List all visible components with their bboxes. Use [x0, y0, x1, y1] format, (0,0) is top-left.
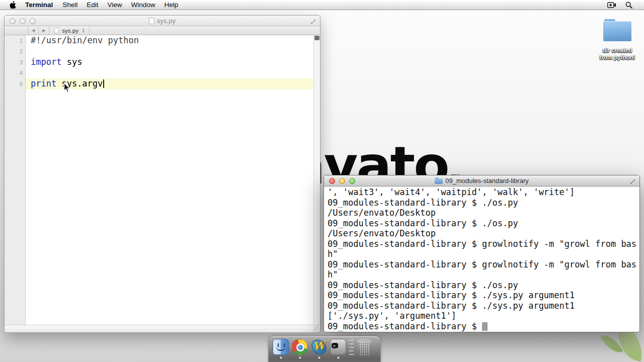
menu-item-help[interactable]: Help — [160, 1, 183, 9]
textmate-icon: W — [310, 339, 328, 355]
line-number: 5 — [5, 78, 26, 89]
close-button[interactable] — [329, 178, 335, 184]
terminal-line: 09_modules-standard-library $ ./os.py — [328, 218, 639, 229]
editor-window: sys.py ◀ ▶ sys.py ▲ ▼ 1#!/usr/bin/env py… — [4, 15, 320, 333]
line-number: 3 — [5, 57, 26, 68]
desktop-folder-label[interactable]: dir created from python! — [592, 47, 642, 61]
code-text — [26, 68, 313, 79]
editor-body[interactable]: 1#!/usr/bin/env python23import sys45prin… — [5, 35, 320, 325]
dock: W >_ — [268, 336, 381, 362]
terminal-window-controls — [329, 178, 355, 184]
chrome-icon — [292, 339, 308, 355]
line-number: 1 — [5, 35, 26, 46]
code-filler — [5, 89, 313, 325]
terminal-line: ['./sys.py', 'argument1'] — [328, 311, 639, 321]
editor-titlebar[interactable]: sys.py — [5, 16, 320, 26]
code-line[interactable]: 5print sys.argv — [5, 78, 313, 89]
terminal-output[interactable]: ', 'wait3', 'wait4', 'waitpid', 'walk', … — [324, 187, 639, 332]
mouse-cursor-icon — [63, 82, 71, 96]
zoom-button[interactable] — [30, 18, 36, 24]
menu-app-name[interactable]: Terminal — [20, 1, 58, 9]
terminal-line: 09_modules-standard-library $ — [328, 321, 639, 332]
tab-label: sys.py — [62, 28, 78, 34]
back-button[interactable]: ◀ — [28, 26, 39, 35]
editor-window-controls — [10, 18, 36, 24]
code-line[interactable]: 3import sys — [5, 57, 313, 68]
code-line[interactable]: 4 — [5, 68, 313, 79]
terminal-line: /Users/envato/Desktop — [328, 228, 639, 239]
code-text: import sys — [26, 57, 313, 68]
screen-recording-icon[interactable] — [603, 2, 621, 8]
forward-button[interactable]: ▶ — [39, 26, 49, 35]
spotlight-search-icon[interactable] — [621, 2, 637, 9]
tab-document-icon — [54, 28, 59, 33]
terminal-line: 09_modules-standard-library $ ./sys.py a… — [328, 290, 639, 301]
menu-bar: Terminal ShellEditViewWindowHelp — [0, 0, 644, 10]
terminal-titlebar[interactable]: 09_modules-standard-library — [324, 175, 639, 187]
terminal-line: h" — [328, 269, 639, 280]
terminal-line: 09_modules-standard-library $ growlnotif… — [328, 259, 639, 270]
menu-items: ShellEditViewWindowHelp — [58, 1, 183, 9]
terminal-line: 09_modules-standard-library $ growlnotif… — [328, 239, 639, 249]
finder-icon — [273, 339, 289, 355]
code-line[interactable]: 1#!/usr/bin/env python — [5, 35, 313, 46]
menu-item-shell[interactable]: Shell — [58, 1, 82, 9]
code-line[interactable]: 2 — [5, 46, 313, 57]
line-number: 4 — [5, 68, 26, 79]
terminal-app-icon: >_ — [330, 339, 346, 355]
terminal-window: 09_modules-standard-library ', 'wait3', … — [324, 175, 640, 332]
terminal-window-title: 09_modules-standard-library — [435, 177, 528, 185]
terminal-line: 09_modules-standard-library $ ./sys.py a… — [328, 301, 639, 311]
menu-item-view[interactable]: View — [103, 1, 127, 9]
resize-grip-icon[interactable] — [313, 326, 319, 331]
terminal-line: /Users/envato/Desktop — [328, 208, 639, 218]
tab-stepper-icon[interactable]: ▲ ▼ — [82, 28, 85, 33]
dock-item-trash[interactable] — [356, 339, 373, 359]
text-caret — [103, 79, 104, 88]
dock-item-terminal[interactable]: >_ — [330, 339, 347, 359]
dock-divider — [349, 339, 354, 359]
terminal-line: h" — [328, 249, 639, 259]
expand-icon[interactable] — [629, 178, 636, 187]
expand-icon[interactable] — [310, 18, 316, 27]
apple-menu-icon[interactable] — [9, 1, 16, 9]
terminal-line: 09_modules-standard-library $ ./os.py — [328, 198, 639, 208]
minimize-button[interactable] — [339, 178, 345, 184]
menu-item-edit[interactable]: Edit — [82, 1, 103, 9]
code-text: #!/usr/bin/env python — [26, 35, 313, 46]
terminal-line: 09_modules-standard-library $ ./os.py — [328, 280, 639, 291]
close-button[interactable] — [10, 18, 16, 24]
line-number: 2 — [5, 46, 26, 57]
scrollbar-thumb[interactable] — [314, 36, 319, 40]
code-text — [26, 46, 313, 57]
terminal-cursor — [482, 322, 488, 331]
tabbar-spacer — [5, 26, 28, 35]
zoom-button[interactable] — [349, 178, 355, 184]
editor-window-title: sys.py — [149, 17, 176, 25]
code-lines: 1#!/usr/bin/env python23import sys45prin… — [5, 35, 313, 325]
document-icon — [149, 18, 154, 24]
terminal-line: ', 'wait3', 'wait4', 'waitpid', 'walk', … — [328, 187, 639, 198]
trash-icon — [357, 339, 371, 356]
dock-item-chrome[interactable] — [291, 339, 308, 359]
desktop-folder-icon[interactable] — [603, 19, 631, 41]
divider-dashes-icon — [349, 340, 354, 357]
editor-statusbar — [5, 325, 320, 332]
menu-item-window[interactable]: Window — [127, 1, 160, 9]
tab-sys-py[interactable]: sys.py ▲ ▼ — [49, 26, 90, 35]
folder-icon — [435, 178, 443, 184]
editor-tab-bar: ◀ ▶ sys.py ▲ ▼ — [5, 26, 320, 35]
dock-item-textmate[interactable]: W — [310, 339, 328, 359]
dock-item-finder[interactable] — [272, 339, 289, 359]
editor-scrollbar[interactable] — [313, 35, 320, 325]
minimize-button[interactable] — [20, 18, 26, 24]
